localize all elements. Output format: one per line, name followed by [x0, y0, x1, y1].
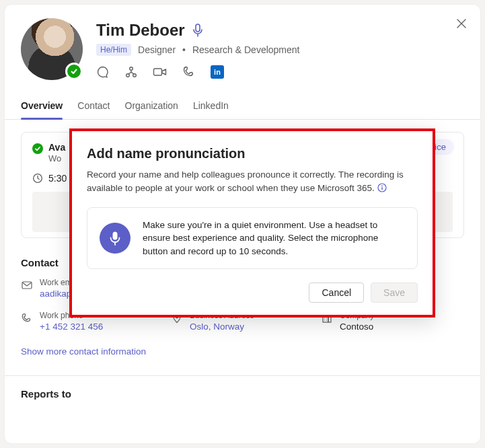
action-icons: in	[96, 65, 464, 79]
svg-point-3	[133, 74, 137, 77]
mail-icon	[21, 278, 33, 299]
profile-card: Tim Deboer He/Him Designer • Research & …	[5, 5, 480, 443]
profile-header: Tim Deboer He/Him Designer • Research & …	[5, 5, 480, 80]
record-button[interactable]	[100, 223, 130, 254]
svg-point-2	[126, 74, 130, 77]
pronunciation-modal: Add name pronunciation Record your name …	[69, 128, 435, 318]
status-check-icon	[32, 143, 43, 154]
contact-value: Contoso	[340, 322, 374, 332]
phone-icon[interactable]	[182, 65, 196, 79]
job-title: Designer	[138, 44, 176, 55]
section-divider	[5, 375, 480, 376]
show-more-contact-link[interactable]: Show more contact information	[21, 346, 464, 357]
recording-tip-box: Make sure you're in a quiet environment.…	[87, 207, 418, 270]
linkedin-icon[interactable]: in	[211, 65, 224, 79]
save-button: Save	[371, 283, 418, 303]
recording-tip-text: Make sure you're in a quiet environment.…	[143, 219, 405, 258]
svg-rect-13	[381, 187, 382, 190]
cancel-button[interactable]: Cancel	[309, 283, 364, 303]
display-name: Tim Deboer	[96, 21, 185, 40]
clock-icon	[32, 173, 43, 184]
svg-point-12	[381, 186, 383, 187]
svg-rect-0	[196, 24, 200, 32]
svg-rect-4	[154, 69, 162, 75]
availability-line1: Ava	[48, 142, 65, 153]
department: Research & Development	[192, 44, 300, 55]
pronouns-pill[interactable]: He/Him	[96, 44, 131, 56]
info-icon[interactable]	[377, 183, 387, 193]
presence-badge	[65, 63, 83, 80]
availability-line2: Wo	[48, 153, 65, 163]
tab-linkedin[interactable]: LinkedIn	[193, 95, 229, 119]
identity-block: Tim Deboer He/Him Designer • Research & …	[96, 18, 464, 80]
contact-value[interactable]: +1 452 321 456	[40, 322, 103, 332]
close-button[interactable]	[452, 14, 471, 33]
tabs: Overview Contact Organization LinkedIn	[5, 95, 480, 120]
video-icon[interactable]	[153, 65, 167, 79]
svg-point-1	[130, 67, 133, 71]
modal-buttons: Cancel Save	[87, 283, 418, 303]
availability-time: 5:30	[48, 173, 67, 184]
reports-to-title: Reports to	[21, 388, 464, 400]
tab-organization[interactable]: Organization	[125, 95, 178, 119]
svg-rect-14	[113, 232, 118, 240]
phone-icon	[21, 311, 33, 332]
modal-description-text: Record your name and help colleagues pro…	[87, 170, 404, 193]
separator: •	[182, 44, 186, 55]
chat-icon[interactable]	[96, 65, 110, 79]
avatar-wrap	[21, 18, 83, 80]
org-icon[interactable]	[124, 65, 138, 79]
tab-overview[interactable]: Overview	[21, 95, 63, 119]
modal-title: Add name pronunciation	[87, 146, 418, 161]
pronunciation-icon[interactable]	[192, 24, 204, 37]
tab-contact[interactable]: Contact	[77, 95, 110, 119]
contact-value[interactable]: Oslo, Norway	[190, 322, 254, 332]
modal-description: Record your name and help colleagues pro…	[87, 168, 418, 195]
